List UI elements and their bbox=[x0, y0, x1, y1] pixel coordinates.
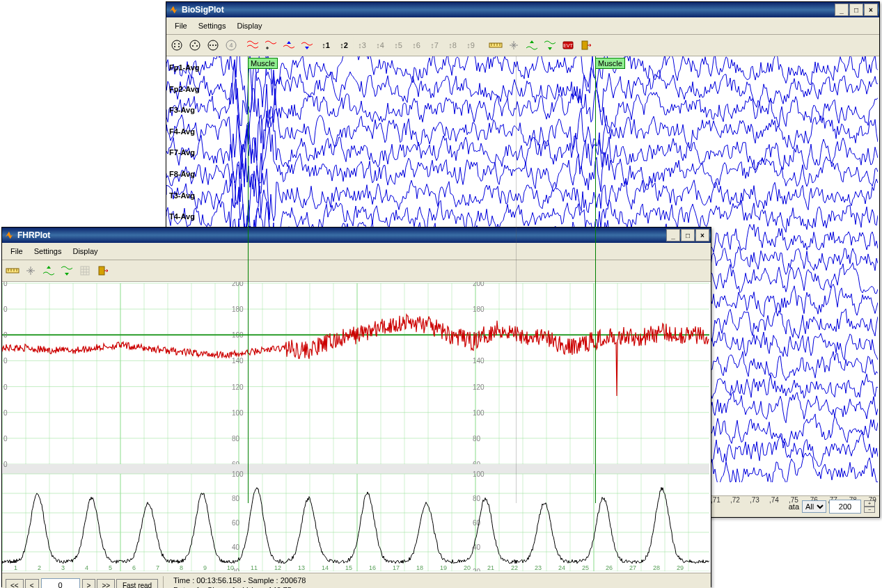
matlab-icon bbox=[3, 230, 15, 241]
svg-text:29: 29 bbox=[677, 564, 684, 571]
gain-down-icon[interactable] bbox=[541, 37, 559, 54]
svg-text:28: 28 bbox=[653, 564, 660, 571]
wave-red-icon[interactable] bbox=[244, 37, 262, 54]
minimize-button[interactable]: _ bbox=[835, 3, 849, 16]
gain-up-icon[interactable] bbox=[40, 262, 58, 279]
channel-label: T4-Avg bbox=[169, 212, 195, 221]
montage4-icon[interactable]: 4 bbox=[222, 37, 240, 54]
svg-text:200: 200 bbox=[232, 282, 244, 287]
montage1-icon[interactable] bbox=[168, 37, 186, 54]
svg-text:11: 11 bbox=[251, 564, 258, 571]
menu-display[interactable]: Display bbox=[231, 20, 267, 31]
fhr-waveforms: 2001801601401201008060200180160140120100… bbox=[2, 282, 709, 571]
svg-text:60: 60 bbox=[232, 519, 240, 527]
svg-text:80: 80 bbox=[473, 435, 481, 443]
scale5-icon: ↕5 bbox=[389, 37, 407, 54]
svg-text:10: 10 bbox=[227, 564, 234, 571]
svg-text:0: 0 bbox=[3, 409, 8, 417]
nav-first-button[interactable]: << bbox=[6, 579, 24, 588]
svg-text:24: 24 bbox=[558, 564, 565, 571]
svg-text:80: 80 bbox=[473, 495, 481, 502]
svg-text:9: 9 bbox=[203, 564, 207, 571]
gain-down-icon[interactable] bbox=[58, 262, 76, 279]
svg-text:14: 14 bbox=[322, 564, 329, 571]
channel-label: Fp1-Avg bbox=[169, 63, 200, 72]
exit-icon[interactable] bbox=[577, 37, 595, 54]
maximize-button[interactable]: □ bbox=[681, 229, 695, 241]
biosig-bottom-controls: ata All +− bbox=[789, 498, 875, 515]
svg-rect-33 bbox=[99, 267, 104, 275]
svg-text:0: 0 bbox=[3, 357, 8, 365]
svg-point-4 bbox=[178, 46, 180, 47]
status-line2: Data : 1 - Chan : 1 - Value : 140.75 bbox=[173, 585, 306, 588]
event-muscle-1[interactable]: Muscle bbox=[248, 58, 278, 69]
measure-icon[interactable] bbox=[3, 262, 22, 279]
record-icon[interactable]: EVT bbox=[559, 37, 577, 54]
svg-text:7: 7 bbox=[156, 564, 159, 571]
exit-icon[interactable] bbox=[94, 262, 112, 279]
svg-text:120: 120 bbox=[232, 383, 244, 391]
maximize-button[interactable]: □ bbox=[849, 3, 863, 16]
nav-next-button[interactable]: > bbox=[82, 579, 96, 588]
svg-text:0: 0 bbox=[3, 435, 8, 443]
nav-position-input[interactable] bbox=[41, 578, 80, 588]
scale-input[interactable] bbox=[829, 500, 861, 514]
wave-arrows-icon[interactable] bbox=[262, 37, 281, 54]
grid-icon bbox=[76, 262, 94, 279]
menu-settings[interactable]: Settings bbox=[193, 20, 232, 31]
pan-icon[interactable] bbox=[22, 262, 40, 279]
svg-rect-28 bbox=[81, 267, 89, 275]
svg-text:80: 80 bbox=[232, 435, 240, 443]
spin-down[interactable]: − bbox=[864, 507, 875, 513]
close-button[interactable]: × bbox=[695, 229, 709, 241]
fast-read-button[interactable]: Fast read bbox=[116, 579, 158, 588]
channel-label: Fp2-Avg bbox=[169, 85, 200, 93]
scale2-icon[interactable]: ↕2 bbox=[335, 37, 353, 54]
event-muscle-2[interactable]: Muscle bbox=[595, 58, 625, 69]
montage2-icon[interactable] bbox=[186, 37, 204, 54]
svg-text:13: 13 bbox=[298, 564, 305, 571]
gain-up-icon[interactable] bbox=[523, 37, 541, 54]
wave-up-icon[interactable] bbox=[281, 37, 299, 54]
menu-file[interactable]: File bbox=[5, 246, 29, 257]
svg-point-11 bbox=[212, 45, 214, 46]
scale1-icon[interactable]: ↕1 bbox=[317, 37, 335, 54]
scale4-icon: ↕4 bbox=[371, 37, 389, 54]
scale8-icon: ↕8 bbox=[443, 37, 462, 54]
svg-point-5 bbox=[190, 40, 200, 50]
svg-text:23: 23 bbox=[535, 564, 542, 571]
svg-text:27: 27 bbox=[629, 564, 636, 571]
ata-label: ata bbox=[789, 502, 799, 511]
svg-point-3 bbox=[174, 46, 175, 47]
wave-down-icon[interactable] bbox=[299, 37, 317, 54]
menu-file[interactable]: File bbox=[169, 20, 193, 31]
biosig-toolbar: 4 ↕1 ↕2 ↕3 ↕4 ↕5 ↕6 ↕7 ↕8 ↕9 EVT bbox=[166, 35, 879, 56]
fhrplot-window: FHRPlot _ □ × File Settings Display 2001… bbox=[1, 227, 711, 587]
menu-display[interactable]: Display bbox=[67, 246, 103, 257]
svg-rect-22 bbox=[582, 41, 588, 49]
close-button[interactable]: × bbox=[864, 3, 878, 16]
channel-label: F3-Avg bbox=[169, 106, 195, 114]
fhr-plot-area[interactable]: 2001801601401201008060200180160140120100… bbox=[2, 282, 711, 573]
scale-spinner[interactable]: +− bbox=[864, 500, 875, 513]
channel-select[interactable]: All bbox=[802, 500, 826, 513]
svg-text:5: 5 bbox=[109, 564, 112, 571]
biosig-menubar: File Settings Display bbox=[166, 17, 879, 35]
svg-text:2: 2 bbox=[38, 564, 41, 571]
measure-icon[interactable] bbox=[487, 37, 505, 54]
svg-text:140: 140 bbox=[232, 357, 244, 365]
nav-last-button[interactable]: >> bbox=[97, 579, 115, 588]
nav-prev-button[interactable]: < bbox=[25, 579, 39, 588]
spin-up[interactable]: + bbox=[864, 500, 875, 507]
menu-settings[interactable]: Settings bbox=[29, 246, 68, 257]
svg-text:180: 180 bbox=[232, 305, 244, 313]
montage3-icon[interactable] bbox=[204, 37, 222, 54]
minimize-button[interactable]: _ bbox=[666, 229, 680, 241]
fhr-titlebar[interactable]: FHRPlot _ □ × bbox=[2, 228, 711, 243]
svg-text:18: 18 bbox=[416, 564, 423, 571]
pan-icon[interactable] bbox=[505, 37, 523, 54]
svg-text:0: 0 bbox=[3, 461, 8, 468]
event-line-3 bbox=[516, 56, 517, 503]
biosig-titlebar[interactable]: BioSigPlot _ □ × bbox=[166, 2, 879, 17]
svg-text:100: 100 bbox=[232, 409, 244, 417]
